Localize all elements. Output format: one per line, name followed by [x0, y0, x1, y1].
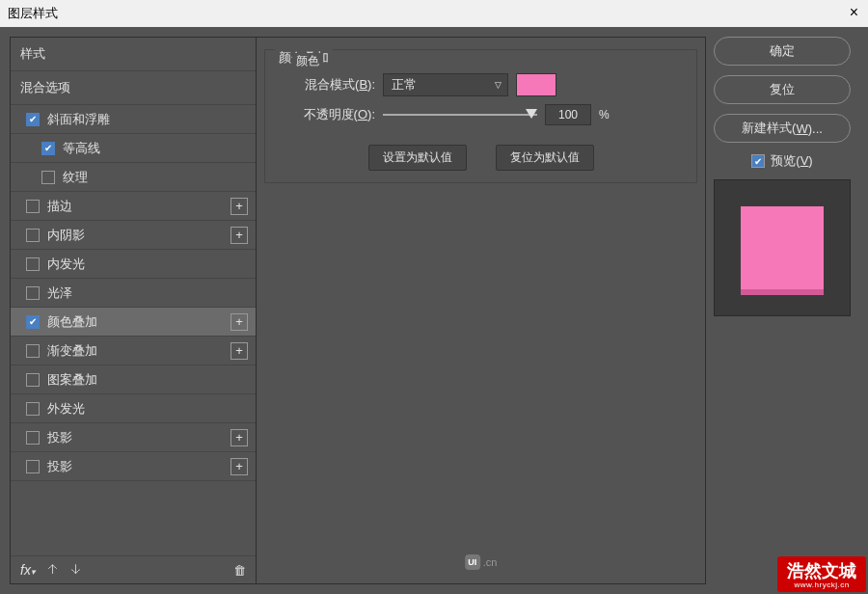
- style-label: 投影: [47, 458, 231, 475]
- style-label: 内发光: [47, 256, 248, 273]
- style-checkbox[interactable]: ✔: [26, 113, 40, 126]
- style-label: 纹理: [63, 169, 248, 186]
- style-label: 斜面和浮雕: [47, 111, 248, 128]
- plus-icon[interactable]: +: [231, 313, 248, 331]
- preview-box: [714, 179, 851, 316]
- preview-swatch: [741, 206, 824, 289]
- blend-mode-select[interactable]: 正常 ▽: [383, 73, 508, 96]
- style-list: ✔斜面和浮雕✔等高线纹理描边+内阴影+内发光光泽✔颜色叠加+渐变叠加+图案叠加外…: [11, 105, 256, 555]
- new-style-button[interactable]: 新建样式(W)...: [714, 114, 851, 143]
- plus-icon[interactable]: +: [231, 429, 248, 446]
- style-checkbox[interactable]: [26, 200, 40, 213]
- move-up-icon[interactable]: 🡡: [47, 563, 59, 577]
- styles-header[interactable]: 样式: [11, 38, 256, 71]
- settings-panel: 颜色叠加 颜色 混合模式(B): 正常 ▽ 不透明度(O):: [257, 37, 706, 584]
- style-row-9[interactable]: 图案叠加: [11, 365, 256, 394]
- style-checkbox[interactable]: [26, 286, 40, 300]
- style-row-10[interactable]: 外发光: [11, 394, 256, 423]
- style-checkbox[interactable]: [26, 229, 40, 242]
- dialog-body: 样式 混合选项 ✔斜面和浮雕✔等高线纹理描边+内阴影+内发光光泽✔颜色叠加+渐变…: [0, 27, 868, 594]
- style-row-12[interactable]: 投影+: [11, 452, 256, 481]
- ok-button[interactable]: 确定: [714, 37, 851, 66]
- style-row-8[interactable]: 渐变叠加+: [11, 337, 256, 365]
- styles-panel: 样式 混合选项 ✔斜面和浮雕✔等高线纹理描边+内阴影+内发光光泽✔颜色叠加+渐变…: [10, 37, 257, 584]
- blending-options-header[interactable]: 混合选项: [11, 71, 256, 105]
- style-row-5[interactable]: 内发光: [11, 250, 256, 279]
- trash-icon[interactable]: 🗑: [233, 563, 246, 578]
- set-default-button[interactable]: 设置为默认值: [368, 145, 467, 171]
- fx-icon[interactable]: fx▾: [20, 562, 36, 578]
- window-title: 图层样式: [8, 5, 58, 22]
- slider-thumb-icon[interactable]: [526, 109, 537, 119]
- style-row-1[interactable]: ✔等高线: [11, 134, 256, 163]
- opacity-slider[interactable]: [383, 105, 537, 124]
- style-label: 外发光: [47, 400, 248, 418]
- chevron-down-icon: ▽: [495, 80, 502, 90]
- style-label: 颜色叠加: [47, 313, 231, 331]
- style-label: 描边: [47, 198, 231, 215]
- style-label: 等高线: [63, 140, 248, 157]
- style-row-6[interactable]: 光泽: [11, 279, 256, 308]
- watermark: 浩然文城 www.hryckj.cn: [777, 556, 866, 592]
- styles-footer: fx▾ 🡡 🡣 🗑: [11, 555, 256, 583]
- inner-group-title: 颜色: [292, 53, 323, 69]
- close-icon[interactable]: ×: [850, 4, 858, 21]
- plus-icon[interactable]: +: [231, 458, 248, 475]
- preview-toggle[interactable]: ✔ 预览(V): [751, 152, 812, 170]
- style-checkbox[interactable]: [26, 373, 40, 387]
- style-checkbox[interactable]: [26, 257, 40, 271]
- style-row-11[interactable]: 投影+: [11, 423, 256, 452]
- overlay-color-swatch[interactable]: [516, 73, 556, 96]
- opacity-input[interactable]: [545, 104, 591, 125]
- style-row-2[interactable]: 纹理: [11, 163, 256, 192]
- style-label: 内阴影: [47, 227, 231, 244]
- style-label: 图案叠加: [47, 371, 248, 389]
- style-checkbox[interactable]: [26, 402, 40, 416]
- reset-default-button[interactable]: 复位为默认值: [496, 145, 594, 171]
- plus-icon[interactable]: +: [231, 227, 248, 244]
- opacity-label: 不透明度(O):: [279, 106, 375, 123]
- style-row-0[interactable]: ✔斜面和浮雕: [11, 105, 256, 134]
- style-row-3[interactable]: 描边+: [11, 192, 256, 221]
- preview-label: 预览(V): [771, 152, 812, 170]
- style-label: 光泽: [47, 284, 248, 302]
- blend-mode-label: 混合模式(B):: [279, 76, 375, 94]
- style-label: 投影: [47, 429, 231, 446]
- titlebar: 图层样式 ×: [0, 0, 868, 27]
- style-row-7[interactable]: ✔颜色叠加+: [11, 308, 256, 337]
- style-checkbox[interactable]: [41, 171, 55, 184]
- style-row-4[interactable]: 内阴影+: [11, 221, 256, 250]
- style-checkbox[interactable]: [26, 460, 40, 473]
- style-checkbox[interactable]: [26, 344, 40, 358]
- move-down-icon[interactable]: 🡣: [70, 563, 82, 577]
- style-checkbox[interactable]: ✔: [26, 315, 40, 329]
- ui-logo: UI.cn: [465, 554, 498, 570]
- plus-icon[interactable]: +: [231, 198, 248, 215]
- preview-checkbox[interactable]: ✔: [751, 154, 765, 168]
- cancel-button[interactable]: 复位: [714, 75, 851, 104]
- action-panel: 确定 复位 新建样式(W)... ✔ 预览(V): [706, 37, 858, 584]
- style-checkbox[interactable]: ✔: [41, 142, 55, 155]
- style-label: 渐变叠加: [47, 342, 231, 360]
- plus-icon[interactable]: +: [231, 342, 248, 360]
- style-checkbox[interactable]: [26, 431, 40, 445]
- opacity-unit: %: [599, 108, 610, 122]
